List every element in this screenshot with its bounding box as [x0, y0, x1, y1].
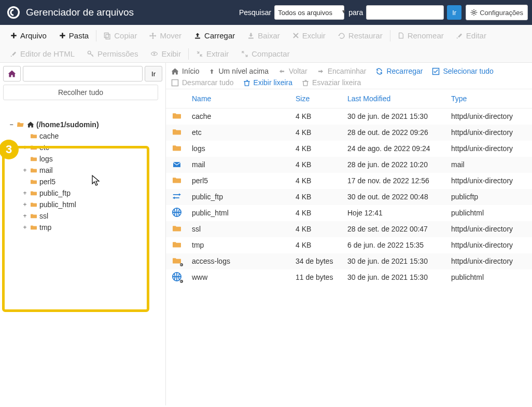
move-button[interactable]: Mover — [143, 28, 188, 43]
plus-icon — [59, 32, 66, 39]
folder-link-icon — [171, 256, 183, 265]
folder-icon — [171, 224, 183, 233]
cell-name: tmp — [188, 237, 291, 253]
select-all-button[interactable]: Selecionar tudo — [432, 67, 493, 75]
extract-button[interactable]: Extrair — [190, 46, 235, 61]
cell-name: logs — [188, 141, 291, 157]
tree-item-ssl[interactable]: +ssl — [22, 210, 162, 222]
plus-icon: + — [22, 167, 28, 174]
home-icon — [171, 67, 179, 75]
col-size[interactable]: Size — [291, 89, 343, 108]
cell-size: 4 KB — [291, 108, 343, 125]
new-folder-button[interactable]: Pasta — [53, 28, 95, 43]
tree-root[interactable]: − (/home1/sudomin) — [8, 119, 162, 130]
copy-icon — [104, 32, 111, 39]
table-row[interactable]: mail4 KB28 de jun. de 2022 10:20mail — [166, 157, 532, 173]
plus-icon: + — [22, 212, 28, 220]
table-row[interactable]: logs4 KB24 de ago. de 2022 09:24httpd/un… — [166, 141, 532, 157]
deselect-all-button[interactable]: Desmarcar tudo — [171, 78, 234, 87]
nav-back-button[interactable]: Voltar — [278, 67, 307, 75]
search-go-button[interactable]: Ir — [447, 5, 461, 20]
path-input[interactable] — [23, 66, 143, 82]
path-go-button[interactable]: Ir — [145, 66, 162, 82]
table-header-row: Name Size Last Modified Type — [166, 89, 532, 108]
cell-type: publicftp — [447, 189, 532, 205]
table-row[interactable]: tmp4 KB6 de jun. de 2022 15:35httpd/unix… — [166, 237, 532, 253]
table-row[interactable]: access-logs34 de bytes30 de jun. de 2021… — [166, 253, 532, 269]
restore-button[interactable]: Restaurar — [332, 28, 389, 43]
cell-modified: 17 de nov. de 2022 12:56 — [343, 173, 447, 189]
cell-size: 4 KB — [291, 189, 343, 205]
folder-icon — [171, 143, 183, 153]
html-editor-button[interactable]: Editor de HTML — [4, 46, 81, 61]
new-file-button[interactable]: Arquivo — [4, 28, 53, 43]
cell-size: 4 KB — [291, 173, 343, 189]
compress-icon — [241, 50, 248, 58]
collapse-all-button[interactable]: Recolher tudo — [3, 85, 158, 100]
x-icon — [292, 32, 299, 39]
home-button[interactable] — [3, 66, 21, 82]
nav-forward-button[interactable]: Encaminhar — [317, 67, 367, 75]
move-icon — [149, 32, 157, 39]
refresh-icon — [375, 67, 383, 75]
table-row[interactable]: etc4 KB28 de out. de 2022 09:26httpd/uni… — [166, 125, 532, 141]
col-type[interactable]: Type — [447, 89, 532, 108]
tree-item-cache[interactable]: cache — [22, 130, 162, 142]
delete-button[interactable]: Excluir — [286, 28, 332, 43]
cell-size: 4 KB — [291, 205, 343, 221]
cell-type: httpd/unix-directory — [447, 108, 532, 125]
table-row[interactable]: public_html4 KBHoje 12:41publichtml — [166, 205, 532, 221]
folder-icon — [30, 144, 37, 151]
uncheck-icon — [171, 79, 179, 87]
table-row[interactable]: public_ftp4 KB30 de out. de 2022 00:48pu… — [166, 189, 532, 205]
permissions-button[interactable]: Permissões — [81, 46, 144, 61]
folder-icon — [30, 133, 37, 139]
tree-item-public-html[interactable]: +public_html — [22, 199, 162, 210]
upload-button[interactable]: Carregar — [188, 28, 241, 43]
empty-trash-button[interactable]: Esvaziar lixeira — [302, 78, 361, 87]
nav-home-button[interactable]: Início — [171, 67, 199, 75]
cell-type: httpd/unix-directory — [447, 125, 532, 141]
cell-modified: 30 de jun. de 2021 15:30 — [343, 253, 447, 269]
cell-size: 11 de bytes — [291, 269, 343, 286]
folder-icon — [30, 190, 37, 196]
table-row[interactable]: www11 de bytes30 de jun. de 2021 15:30pu… — [166, 269, 532, 286]
copy-button[interactable]: Copiar — [97, 28, 143, 43]
tree-item-etc[interactable]: +etc — [22, 142, 162, 153]
cell-modified: 24 de ago. de 2022 09:24 — [343, 141, 447, 157]
minus-icon: − — [8, 121, 15, 128]
view-button[interactable]: Exibir — [144, 46, 187, 61]
compress-button[interactable]: Compactar — [235, 46, 296, 61]
table-row[interactable]: perl54 KB17 de nov. de 2022 12:56httpd/u… — [166, 173, 532, 189]
trash-icon — [243, 79, 250, 87]
search-scope-select[interactable]: Todos os arquivos — [274, 5, 344, 20]
tree-item-mail[interactable]: +mail — [22, 165, 162, 176]
main-toolbar: Arquivo Pasta Copiar Mover Carregar Baix… — [0, 25, 532, 63]
col-modified[interactable]: Last Modified — [343, 89, 447, 108]
table-row[interactable]: cache4 KB30 de jun. de 2021 15:30httpd/u… — [166, 108, 532, 125]
cell-modified: Hoje 12:41 — [343, 205, 447, 221]
nav-up-button[interactable]: Um nível acima — [208, 67, 268, 75]
edit-button[interactable]: Editar — [450, 28, 493, 43]
table-row[interactable]: ssl4 KB28 de set. de 2022 00:47httpd/uni… — [166, 221, 532, 237]
tree-item-logs[interactable]: logs — [22, 153, 162, 165]
search-input[interactable] — [366, 5, 444, 20]
folder-icon — [30, 213, 37, 219]
rename-button[interactable]: Renomear — [391, 28, 450, 43]
pencil-icon — [10, 50, 17, 57]
download-icon — [247, 32, 255, 39]
cell-type: publichtml — [447, 269, 532, 286]
tree-item-perl5[interactable]: perl5 — [22, 176, 162, 187]
settings-label: Configurações — [480, 9, 523, 17]
cell-modified: 28 de jun. de 2022 10:20 — [343, 157, 447, 173]
view-trash-button[interactable]: Exibir lixeira — [243, 78, 292, 87]
arrow-left-icon — [278, 68, 286, 75]
reload-button[interactable]: Recarregar — [375, 67, 423, 75]
col-name[interactable]: Name — [188, 89, 291, 108]
tree-item-tmp[interactable]: +tmp — [22, 222, 162, 233]
folder-icon — [30, 224, 37, 230]
tree-item-public-ftp[interactable]: +public_ftp — [22, 187, 162, 199]
download-button[interactable]: Baixar — [241, 28, 286, 43]
settings-button[interactable]: Configurações — [466, 5, 528, 20]
trash-icon — [302, 79, 309, 87]
